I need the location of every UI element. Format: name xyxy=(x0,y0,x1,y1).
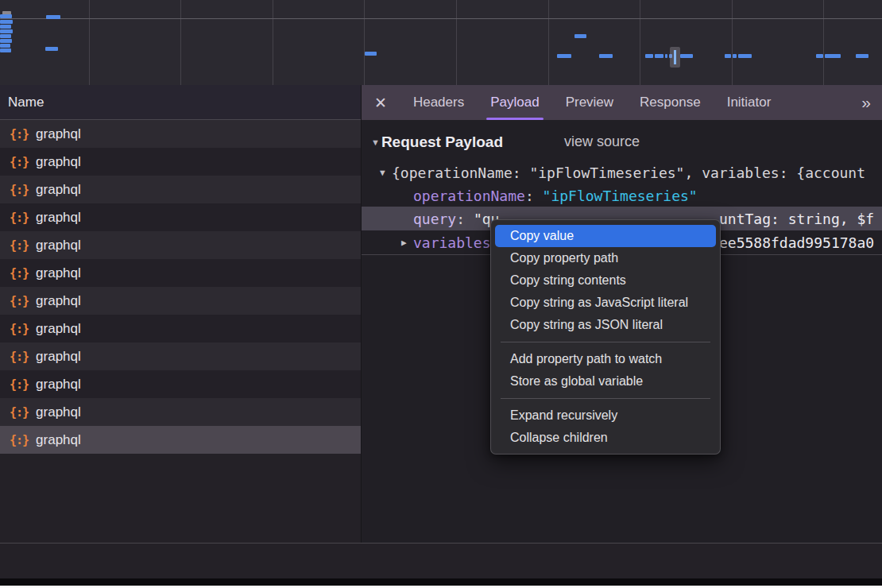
request-name: graphql xyxy=(36,293,81,309)
json-icon: {:} xyxy=(10,294,29,308)
close-icon[interactable]: ✕ xyxy=(374,94,387,112)
network-overview-timeline[interactable] xyxy=(0,0,882,85)
json-icon: {:} xyxy=(10,183,29,197)
waterfall-bar xyxy=(0,25,11,29)
property-key: query xyxy=(413,211,456,227)
property-value: "ipFlowTimeseries" xyxy=(543,187,698,203)
json-icon: {:} xyxy=(10,405,29,420)
request-name: graphql xyxy=(36,238,81,253)
request-row[interactable]: {:}graphql xyxy=(0,370,361,398)
window-bottom-bar xyxy=(0,578,882,586)
menu-item-copy-value[interactable]: Copy value xyxy=(495,225,716,247)
timeline-gridline xyxy=(456,0,457,85)
menu-item-copy-property-path[interactable]: Copy property path xyxy=(495,247,716,269)
request-row[interactable]: {:}graphql xyxy=(0,259,361,287)
request-row[interactable]: {:}graphql xyxy=(0,176,361,203)
detail-tab-bar: ✕ HeadersPayloadPreviewResponseInitiator… xyxy=(362,85,882,120)
menu-item-copy-string-contents[interactable]: Copy string contents xyxy=(495,269,716,292)
payload-root-row[interactable]: ▼ {operationName: "ipFlowTimeseries", va… xyxy=(362,161,882,184)
collapse-triangle-icon[interactable]: ▼ xyxy=(371,137,380,147)
request-name: graphql xyxy=(36,321,81,337)
json-icon: {:} xyxy=(10,350,29,364)
menu-separator xyxy=(501,398,710,399)
bottom-divider xyxy=(0,543,882,544)
collapse-triangle-icon[interactable]: ▼ xyxy=(380,167,385,177)
waterfall-bar xyxy=(0,14,12,18)
request-name: graphql xyxy=(36,432,81,448)
waterfall-bar xyxy=(0,29,13,33)
tab-payload[interactable]: Payload xyxy=(490,85,539,120)
request-name: graphql xyxy=(36,126,81,142)
request-name: graphql xyxy=(36,377,81,393)
timeline-scrubber[interactable] xyxy=(670,47,680,68)
timeline-gridline xyxy=(89,0,90,85)
waterfall-bar xyxy=(0,48,11,52)
json-icon: {:} xyxy=(10,433,29,447)
waterfall-bar xyxy=(856,54,868,58)
colon: : xyxy=(525,187,543,203)
waterfall-bar xyxy=(816,54,823,58)
tab-response[interactable]: Response xyxy=(640,85,701,120)
payload-row-operationname[interactable]: operationName: "ipFlowTimeseries" xyxy=(362,184,882,207)
request-row[interactable]: {:}graphql xyxy=(0,287,361,315)
tab-preview[interactable]: Preview xyxy=(566,85,613,120)
waterfall-bar xyxy=(665,54,667,58)
json-icon: {:} xyxy=(10,322,29,336)
property-value-right: untTag: string, $f xyxy=(719,211,874,227)
waterfall-bar xyxy=(0,44,10,48)
request-row[interactable]: {:}graphql xyxy=(0,398,361,426)
timeline-gridline xyxy=(548,0,549,85)
waterfall-bar xyxy=(0,39,12,43)
menu-item-copy-string-as-javascript-literal[interactable]: Copy string as JavaScript literal xyxy=(495,292,716,314)
json-icon: {:} xyxy=(10,127,29,141)
more-tabs-icon[interactable]: » xyxy=(861,85,869,120)
waterfall-bar xyxy=(574,34,586,38)
json-icon: {:} xyxy=(10,238,29,253)
waterfall-bar xyxy=(46,15,60,19)
payload-preview-text: {operationName: "ipFlowTimeseries", vari… xyxy=(392,164,865,180)
waterfall-bar xyxy=(733,54,737,58)
name-column-label: Name xyxy=(8,95,44,110)
request-row[interactable]: {:}graphql xyxy=(0,231,361,259)
waterfall-bar xyxy=(599,54,613,58)
timeline-gridline xyxy=(180,0,181,85)
waterfall-bar xyxy=(0,34,11,38)
menu-item-collapse-children[interactable]: Collapse children xyxy=(495,427,716,449)
menu-item-expand-recursively[interactable]: Expand recursively xyxy=(495,404,716,427)
tab-initiator[interactable]: Initiator xyxy=(727,85,772,120)
timeline-hline xyxy=(0,18,882,19)
request-row[interactable]: {:}graphql xyxy=(0,426,361,454)
request-row[interactable]: {:}graphql xyxy=(0,148,361,176)
expand-triangle-icon[interactable]: ▶ xyxy=(401,238,407,248)
request-name: graphql xyxy=(36,210,81,226)
waterfall-bar xyxy=(557,54,571,58)
request-name: graphql xyxy=(36,154,81,170)
menu-item-add-property-path-to-watch[interactable]: Add property path to watch xyxy=(495,348,716,370)
devtools-network-panel: Name {:}graphql{:}graphql{:}graphql{:}gr… xyxy=(0,0,882,588)
waterfall-bar xyxy=(45,47,58,51)
name-column-header[interactable]: Name xyxy=(0,85,361,120)
json-icon: {:} xyxy=(10,266,29,280)
request-row[interactable]: {:}graphql xyxy=(0,203,361,231)
request-payload-section-header[interactable]: ▼ Request Payload xyxy=(362,132,503,153)
request-list: {:}graphql{:}graphql{:}graphql{:}graphql… xyxy=(0,120,361,543)
request-row[interactable]: {:}graphql xyxy=(0,315,361,342)
menu-item-store-as-global-variable[interactable]: Store as global variable xyxy=(495,370,716,393)
waterfall-bar xyxy=(738,54,752,58)
waterfall-bar xyxy=(725,54,731,58)
waterfall-bar xyxy=(825,54,841,58)
timeline-gridline xyxy=(273,0,273,85)
request-row[interactable]: {:}graphql xyxy=(0,342,361,370)
waterfall-bar xyxy=(0,20,13,24)
property-key: operationName xyxy=(413,187,525,203)
view-source-link[interactable]: view source xyxy=(564,133,640,150)
tab-headers[interactable]: Headers xyxy=(413,85,464,120)
menu-separator xyxy=(501,342,710,342)
menu-item-copy-string-as-json-literal[interactable]: Copy string as JSON literal xyxy=(495,314,716,336)
request-row[interactable]: {:}graphql xyxy=(0,120,361,148)
scrubber-tick xyxy=(674,50,676,64)
waterfall-bar xyxy=(365,52,377,56)
waterfall-bar xyxy=(645,54,653,58)
request-name: graphql xyxy=(36,349,81,365)
json-icon: {:} xyxy=(10,377,29,392)
